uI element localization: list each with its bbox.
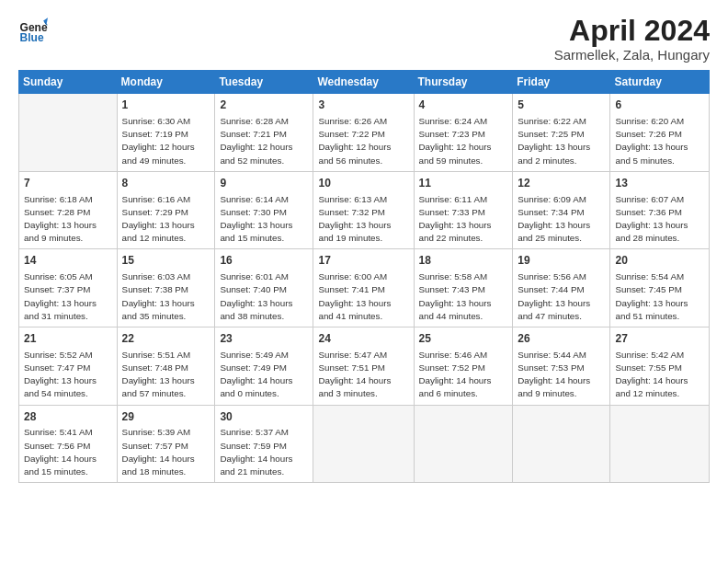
day-info: Sunrise: 5:37 AMSunset: 7:59 PMDaylight:… xyxy=(220,426,308,478)
logo-icon: General Blue xyxy=(18,15,48,44)
day-info: Sunrise: 6:01 AMSunset: 7:40 PMDaylight:… xyxy=(220,270,308,323)
day-number: 24 xyxy=(318,331,408,347)
day-number: 7 xyxy=(24,176,112,191)
day-info: Sunrise: 5:41 AMSunset: 7:56 PMDaylight:… xyxy=(24,426,112,478)
day-info: Sunrise: 5:47 AMSunset: 7:51 PMDaylight:… xyxy=(318,349,408,401)
day-info: Sunrise: 5:52 AMSunset: 7:47 PMDaylight:… xyxy=(24,349,112,401)
table-row: 26Sunrise: 5:44 AMSunset: 7:53 PMDayligh… xyxy=(513,327,610,406)
table-row: 30Sunrise: 5:37 AMSunset: 7:59 PMDayligh… xyxy=(215,405,313,483)
table-row: 6Sunrise: 6:20 AMSunset: 7:26 PMDaylight… xyxy=(610,94,710,172)
logo: General Blue xyxy=(18,15,48,44)
day-number: 9 xyxy=(220,176,308,191)
day-info: Sunrise: 6:00 AMSunset: 7:41 PMDaylight:… xyxy=(318,270,408,323)
svg-text:Blue: Blue xyxy=(20,31,44,44)
day-info: Sunrise: 6:13 AMSunset: 7:32 PMDaylight:… xyxy=(318,193,408,246)
day-number: 11 xyxy=(419,176,508,191)
day-info: Sunrise: 5:49 AMSunset: 7:49 PMDaylight:… xyxy=(220,349,308,401)
day-number: 29 xyxy=(122,409,210,425)
table-row: 4Sunrise: 6:24 AMSunset: 7:23 PMDaylight… xyxy=(414,94,513,172)
day-info: Sunrise: 6:05 AMSunset: 7:37 PMDaylight:… xyxy=(24,270,112,323)
table-row: 13Sunrise: 6:07 AMSunset: 7:36 PMDayligh… xyxy=(610,171,710,249)
day-number: 3 xyxy=(318,98,408,113)
day-number: 22 xyxy=(122,331,210,347)
table-row: 11Sunrise: 6:11 AMSunset: 7:33 PMDayligh… xyxy=(414,171,513,249)
day-number: 8 xyxy=(122,176,210,191)
table-row: 19Sunrise: 5:56 AMSunset: 7:44 PMDayligh… xyxy=(513,249,610,327)
calendar-week-1: 1Sunrise: 6:30 AMSunset: 7:19 PMDaylight… xyxy=(19,94,710,172)
table-row xyxy=(313,405,414,483)
day-number: 16 xyxy=(220,253,308,269)
col-thursday: Thursday xyxy=(414,71,513,94)
day-number: 26 xyxy=(518,331,605,347)
day-number: 13 xyxy=(615,176,704,191)
day-info: Sunrise: 6:14 AMSunset: 7:30 PMDaylight:… xyxy=(220,193,308,246)
table-row: 20Sunrise: 5:54 AMSunset: 7:45 PMDayligh… xyxy=(610,249,710,327)
day-info: Sunrise: 6:22 AMSunset: 7:25 PMDaylight:… xyxy=(518,115,605,167)
day-number: 4 xyxy=(419,98,508,113)
title-block: April 2024 Sarmellek, Zala, Hungary xyxy=(554,15,710,63)
day-info: Sunrise: 5:58 AMSunset: 7:43 PMDaylight:… xyxy=(419,270,508,323)
table-row: 22Sunrise: 5:51 AMSunset: 7:48 PMDayligh… xyxy=(117,327,215,406)
day-number: 5 xyxy=(518,98,605,113)
table-row: 21Sunrise: 5:52 AMSunset: 7:47 PMDayligh… xyxy=(19,327,118,406)
day-info: Sunrise: 6:03 AMSunset: 7:38 PMDaylight:… xyxy=(122,270,210,323)
day-info: Sunrise: 6:11 AMSunset: 7:33 PMDaylight:… xyxy=(419,193,508,246)
page-header: General Blue April 2024 Sarmellek, Zala,… xyxy=(18,15,710,63)
day-info: Sunrise: 5:39 AMSunset: 7:57 PMDaylight:… xyxy=(122,426,210,478)
day-number: 20 xyxy=(615,253,704,269)
table-row: 23Sunrise: 5:49 AMSunset: 7:49 PMDayligh… xyxy=(215,327,313,406)
day-info: Sunrise: 5:46 AMSunset: 7:52 PMDaylight:… xyxy=(419,349,508,401)
table-row: 12Sunrise: 6:09 AMSunset: 7:34 PMDayligh… xyxy=(513,171,610,249)
table-row: 2Sunrise: 6:28 AMSunset: 7:21 PMDaylight… xyxy=(215,94,313,172)
table-row: 16Sunrise: 6:01 AMSunset: 7:40 PMDayligh… xyxy=(215,249,313,327)
table-row: 1Sunrise: 6:30 AMSunset: 7:19 PMDaylight… xyxy=(117,94,215,172)
col-friday: Friday xyxy=(513,71,610,94)
calendar-week-4: 21Sunrise: 5:52 AMSunset: 7:47 PMDayligh… xyxy=(19,327,710,406)
table-row: 15Sunrise: 6:03 AMSunset: 7:38 PMDayligh… xyxy=(117,249,215,327)
day-number: 2 xyxy=(220,98,308,113)
table-row: 8Sunrise: 6:16 AMSunset: 7:29 PMDaylight… xyxy=(117,171,215,249)
calendar-week-5: 28Sunrise: 5:41 AMSunset: 7:56 PMDayligh… xyxy=(19,405,710,483)
day-info: Sunrise: 6:20 AMSunset: 7:26 PMDaylight:… xyxy=(615,115,704,167)
calendar-subtitle: Sarmellek, Zala, Hungary xyxy=(554,47,710,63)
table-row xyxy=(19,94,118,172)
table-row: 7Sunrise: 6:18 AMSunset: 7:28 PMDaylight… xyxy=(19,171,118,249)
day-number: 14 xyxy=(24,253,112,269)
day-number: 1 xyxy=(122,98,210,113)
day-info: Sunrise: 5:56 AMSunset: 7:44 PMDaylight:… xyxy=(518,270,605,323)
day-number: 27 xyxy=(615,331,704,347)
day-number: 17 xyxy=(318,253,408,269)
col-tuesday: Tuesday xyxy=(215,71,313,94)
table-row xyxy=(414,405,513,483)
table-row: 27Sunrise: 5:42 AMSunset: 7:55 PMDayligh… xyxy=(610,327,710,406)
table-row xyxy=(610,405,710,483)
day-number: 6 xyxy=(615,98,704,113)
day-info: Sunrise: 5:42 AMSunset: 7:55 PMDaylight:… xyxy=(615,349,704,401)
col-wednesday: Wednesday xyxy=(313,71,414,94)
day-info: Sunrise: 5:44 AMSunset: 7:53 PMDaylight:… xyxy=(518,349,605,401)
calendar-table: Sunday Monday Tuesday Wednesday Thursday… xyxy=(18,70,710,483)
day-number: 12 xyxy=(518,176,605,191)
col-sunday: Sunday xyxy=(19,71,118,94)
day-info: Sunrise: 6:18 AMSunset: 7:28 PMDaylight:… xyxy=(24,193,112,246)
day-number: 18 xyxy=(419,253,508,269)
table-row: 29Sunrise: 5:39 AMSunset: 7:57 PMDayligh… xyxy=(117,405,215,483)
day-info: Sunrise: 6:07 AMSunset: 7:36 PMDaylight:… xyxy=(615,193,704,246)
table-row: 28Sunrise: 5:41 AMSunset: 7:56 PMDayligh… xyxy=(19,405,118,483)
day-number: 19 xyxy=(518,253,605,269)
day-number: 25 xyxy=(419,331,508,347)
day-number: 21 xyxy=(24,331,112,347)
table-row: 3Sunrise: 6:26 AMSunset: 7:22 PMDaylight… xyxy=(313,94,414,172)
col-saturday: Saturday xyxy=(610,71,710,94)
table-row: 10Sunrise: 6:13 AMSunset: 7:32 PMDayligh… xyxy=(313,171,414,249)
table-row xyxy=(513,405,610,483)
table-row: 18Sunrise: 5:58 AMSunset: 7:43 PMDayligh… xyxy=(414,249,513,327)
day-number: 15 xyxy=(122,253,210,269)
calendar-week-3: 14Sunrise: 6:05 AMSunset: 7:37 PMDayligh… xyxy=(19,249,710,327)
table-row: 9Sunrise: 6:14 AMSunset: 7:30 PMDaylight… xyxy=(215,171,313,249)
day-number: 10 xyxy=(318,176,408,191)
day-number: 23 xyxy=(220,331,308,347)
table-row: 24Sunrise: 5:47 AMSunset: 7:51 PMDayligh… xyxy=(313,327,414,406)
table-row: 25Sunrise: 5:46 AMSunset: 7:52 PMDayligh… xyxy=(414,327,513,406)
day-info: Sunrise: 6:24 AMSunset: 7:23 PMDaylight:… xyxy=(419,115,508,167)
